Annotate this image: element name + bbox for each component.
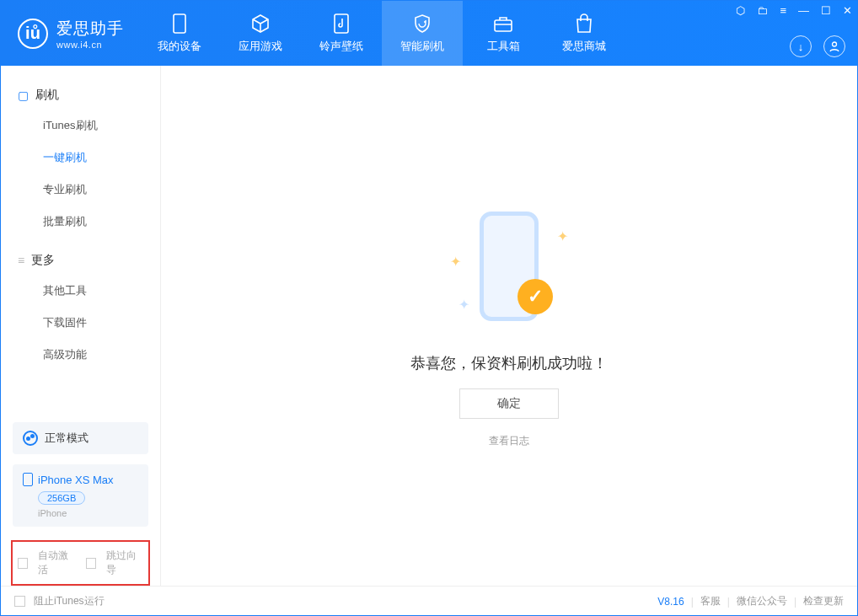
shirt-icon[interactable]: ⬡ (736, 4, 745, 17)
sidebar-item-pro-flash[interactable]: 专业刷机 (1, 174, 160, 206)
cube-icon (250, 13, 271, 34)
svg-rect-2 (495, 20, 512, 31)
tab-label: 应用游戏 (239, 39, 282, 54)
tab-label: 铃声壁纸 (319, 39, 363, 54)
block-itunes-checkbox[interactable] (14, 596, 25, 607)
auto-activate-label: 自动激活 (38, 549, 75, 577)
tab-label: 智能刷机 (400, 39, 444, 54)
customer-service-link[interactable]: 客服 (700, 594, 721, 608)
check-badge-icon: ✓ (517, 279, 553, 314)
minimize-icon[interactable]: — (798, 4, 809, 17)
device-phone-icon (23, 473, 33, 486)
logo-icon: iů (18, 19, 48, 49)
sidebar-group-flash: ▢ 刷机 (1, 81, 160, 110)
tab-label: 我的设备 (158, 39, 201, 54)
sidebar-item-batch-flash[interactable]: 批量刷机 (1, 206, 160, 238)
svg-rect-1 (335, 14, 348, 33)
music-file-icon (331, 13, 351, 34)
app-url: www.i4.cn (56, 40, 124, 50)
tab-mall[interactable]: 爱思商城 (544, 1, 625, 66)
device-card[interactable]: iPhone XS Max 256GB iPhone (13, 464, 148, 527)
sidebar-item-advanced[interactable]: 高级功能 (1, 339, 160, 371)
sparkle-icon: ✦ (557, 228, 568, 244)
maximize-icon[interactable]: ☐ (821, 4, 831, 17)
main-content: ✦ ✦ ✦ ✓ 恭喜您，保资料刷机成功啦！ 确定 查看日志 (161, 66, 857, 586)
view-log-link[interactable]: 查看日志 (489, 434, 529, 448)
tab-my-device[interactable]: 我的设备 (139, 1, 220, 66)
success-illustration: ✦ ✦ ✦ ✓ (450, 203, 568, 338)
status-bar: 阻止iTunes运行 V8.16 | 客服 | 微信公众号 | 检查更新 (1, 586, 857, 616)
svg-point-3 (833, 42, 837, 46)
refresh-shield-icon (412, 13, 432, 34)
tab-smart-flash[interactable]: 智能刷机 (382, 1, 463, 66)
auto-activate-checkbox[interactable] (18, 558, 28, 569)
phone-outline-icon: ▢ (18, 88, 29, 102)
sidebar-item-download-firmware[interactable]: 下载固件 (1, 307, 160, 339)
mode-icon (23, 431, 38, 446)
tab-apps[interactable]: 应用游戏 (220, 1, 301, 66)
lock-icon[interactable]: 🗀 (757, 4, 768, 17)
tab-label: 爱思商城 (562, 39, 606, 54)
phone-icon (169, 13, 190, 34)
download-button[interactable]: ↓ (790, 35, 812, 57)
tab-ringtones[interactable]: 铃声壁纸 (301, 1, 382, 66)
sidebar-group-more: ≡ 更多 (1, 246, 160, 275)
sidebar-item-itunes-flash[interactable]: iTunes刷机 (1, 110, 160, 142)
tab-label: 工具箱 (487, 39, 520, 54)
sparkle-icon: ✦ (458, 297, 469, 313)
mode-label: 正常模式 (45, 431, 88, 446)
bag-icon (574, 13, 594, 34)
capacity-badge: 256GB (38, 491, 85, 505)
logo-block: iů 爱思助手 www.i4.cn (1, 1, 139, 66)
svg-rect-0 (174, 14, 185, 33)
sidebar-item-oneclick-flash[interactable]: 一键刷机 (1, 142, 160, 174)
mode-card[interactable]: 正常模式 (13, 422, 148, 454)
app-header: iů 爱思助手 www.i4.cn 我的设备 应用游戏 铃声壁纸 智能刷机 工具… (1, 1, 857, 66)
block-itunes-label: 阻止iTunes运行 (34, 594, 105, 608)
close-icon[interactable]: ✕ (843, 4, 852, 17)
app-name: 爱思助手 (56, 18, 124, 40)
sparkle-icon: ✦ (450, 254, 461, 270)
group-title: 更多 (31, 253, 55, 268)
version-label: V8.16 (657, 596, 684, 608)
skip-guide-checkbox[interactable] (86, 558, 96, 569)
tab-toolbox[interactable]: 工具箱 (463, 1, 544, 66)
sidebar: ▢ 刷机 iTunes刷机 一键刷机 专业刷机 批量刷机 ≡ 更多 其他工具 下… (1, 66, 161, 586)
group-title: 刷机 (35, 88, 59, 103)
options-row: 自动激活 跳过向导 (11, 540, 150, 586)
list-icon: ≡ (18, 254, 24, 267)
user-controls: ↓ (790, 35, 845, 57)
success-message: 恭喜您，保资料刷机成功啦！ (410, 353, 608, 373)
check-update-link[interactable]: 检查更新 (803, 594, 844, 608)
sidebar-item-other-tools[interactable]: 其他工具 (1, 275, 160, 307)
device-name: iPhone XS Max (38, 474, 114, 486)
wechat-link[interactable]: 微信公众号 (737, 594, 787, 608)
skip-guide-label: 跳过向导 (106, 549, 143, 577)
menu-icon[interactable]: ≡ (780, 4, 786, 17)
user-button[interactable] (823, 35, 845, 57)
confirm-button[interactable]: 确定 (459, 388, 559, 419)
main-tabs: 我的设备 应用游戏 铃声壁纸 智能刷机 工具箱 爱思商城 (139, 1, 625, 66)
window-controls: ⬡ 🗀 ≡ — ☐ ✕ (736, 4, 852, 17)
toolbox-icon (493, 13, 513, 34)
device-type: iPhone (38, 508, 138, 518)
